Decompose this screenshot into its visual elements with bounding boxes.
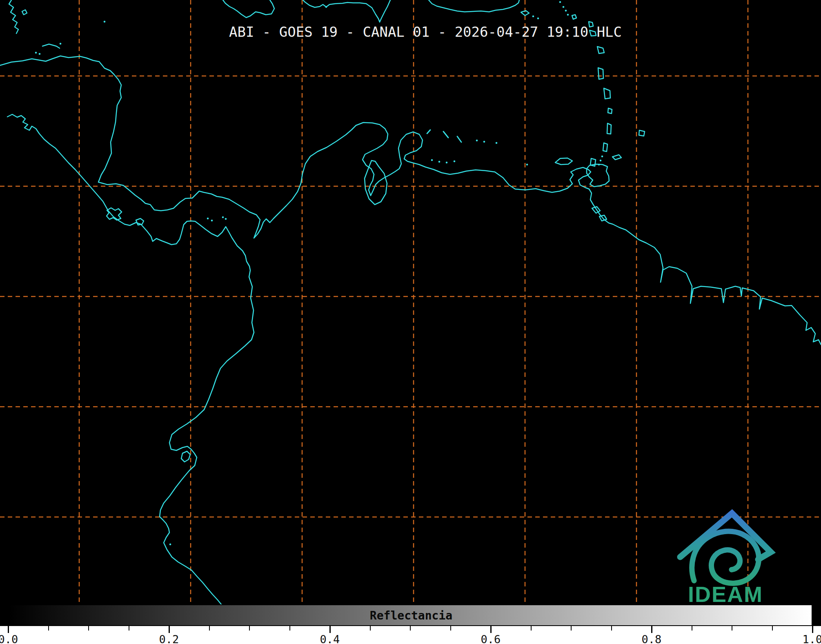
island-dot (60, 43, 62, 45)
coastline-topleft-fragment (9, 0, 18, 33)
colorbar-tick-label: 0.2 (159, 633, 179, 644)
colorbar-tick (370, 626, 371, 631)
peninsula-nicoya (107, 208, 122, 220)
latlon-grid (0, 0, 821, 604)
coastline-caribbean-mainland (0, 56, 821, 345)
island-dot (446, 162, 448, 164)
island-dot (559, 1, 561, 3)
island-dot (563, 6, 565, 8)
colorbar-tick (410, 626, 411, 631)
island-dot (532, 16, 534, 18)
colorbar-tick (571, 626, 572, 631)
colorbar-tick (48, 626, 49, 631)
island-dot (567, 14, 569, 16)
islands-abc (427, 130, 461, 142)
ideam-logo-spiral (692, 531, 759, 583)
colorbar-tick (209, 626, 210, 631)
island-dot (565, 10, 567, 12)
colorbar-tick (450, 626, 451, 631)
islet-vieques (521, 11, 529, 16)
coastlines (0, 0, 821, 604)
island-dot (537, 18, 539, 20)
colorbar-tick (8, 626, 9, 633)
map-canvas (0, 0, 821, 644)
colorbar-tick-label: 0.6 (481, 633, 501, 644)
colorbar-tick (88, 626, 89, 631)
colorbar-axis: 0.00.20.40.60.81.0 (0, 626, 821, 644)
island-dot (39, 53, 41, 55)
island-dot (211, 220, 213, 222)
colorbar-tick (692, 626, 692, 631)
colorbar-tick-label: 0.8 (642, 633, 662, 644)
coastline-pacific (7, 114, 254, 604)
colorbar-tick (611, 626, 612, 631)
island-dot (225, 218, 227, 220)
island-trinidad (587, 164, 609, 187)
colorbar-tick-label: 0.4 (320, 633, 340, 644)
colorbar-tick-label: 0.0 (0, 633, 18, 644)
colorbar-tick (732, 626, 732, 631)
island-dot (496, 142, 498, 144)
colorbar-tick (490, 626, 492, 633)
colorbar-tick (329, 626, 331, 633)
colorbar-tick (651, 626, 652, 633)
island-dot (601, 156, 603, 158)
colorbar-tick (249, 626, 250, 631)
colorbar-tick-label: 1.0 (803, 633, 821, 644)
island-dot (600, 160, 602, 162)
colorbar-tick (289, 626, 290, 631)
island-dot (207, 218, 209, 220)
island-dot (35, 52, 37, 54)
island-dot (598, 164, 600, 166)
image-title: ABI - GOES 19 - CANAL 01 - 2026-04-27 19… (229, 24, 622, 40)
island-dot (483, 141, 485, 143)
island-dot (438, 161, 441, 163)
island-jamaica (223, 0, 274, 18)
islands-bay-honduras (42, 44, 60, 48)
island-dot (526, 164, 528, 166)
colorbar-tick (531, 626, 532, 631)
colorbar-tick (129, 626, 129, 631)
colorbar-tick (812, 626, 813, 633)
island-dot (104, 21, 106, 23)
island-puerto-rico (429, 0, 519, 12)
island-dot (169, 544, 171, 546)
islet-topleft (22, 10, 27, 15)
island-puna (181, 451, 190, 462)
colorbar-tick (772, 626, 773, 631)
island-dot (222, 216, 224, 218)
island-dot (325, 6, 327, 8)
island-hispaniola (303, 0, 390, 22)
island-dot (476, 140, 478, 142)
colorbar-tick (169, 626, 170, 633)
satellite-image-viewport: ABI - GOES 19 - CANAL 01 - 2026-04-27 19… (0, 0, 821, 644)
island-dot (431, 159, 433, 161)
colorbar-gradient: Reflectancia (8, 604, 812, 626)
colorbar-label: Reflectancia (370, 608, 452, 622)
ideam-logo (680, 513, 771, 583)
island-dot (454, 160, 456, 163)
ideam-logo-text: IDEAM (688, 582, 763, 607)
